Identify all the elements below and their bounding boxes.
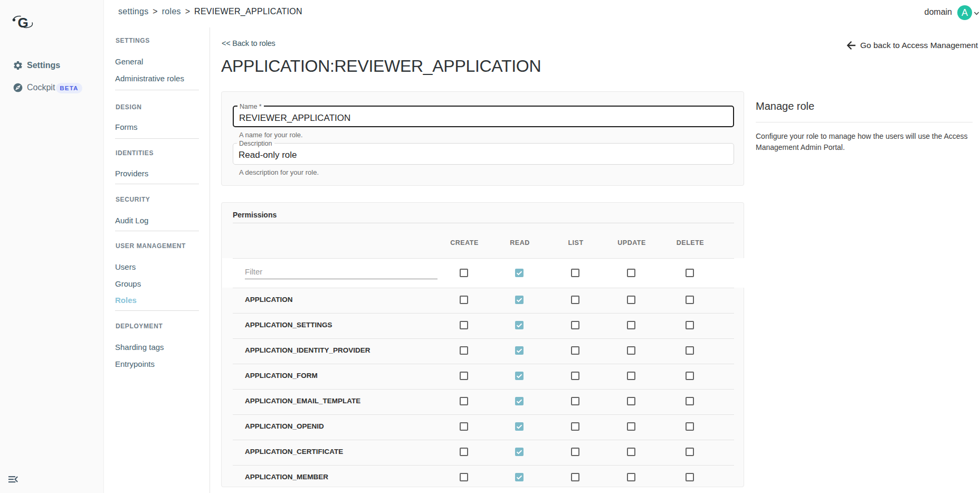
svg-text:G: G (18, 15, 28, 31)
